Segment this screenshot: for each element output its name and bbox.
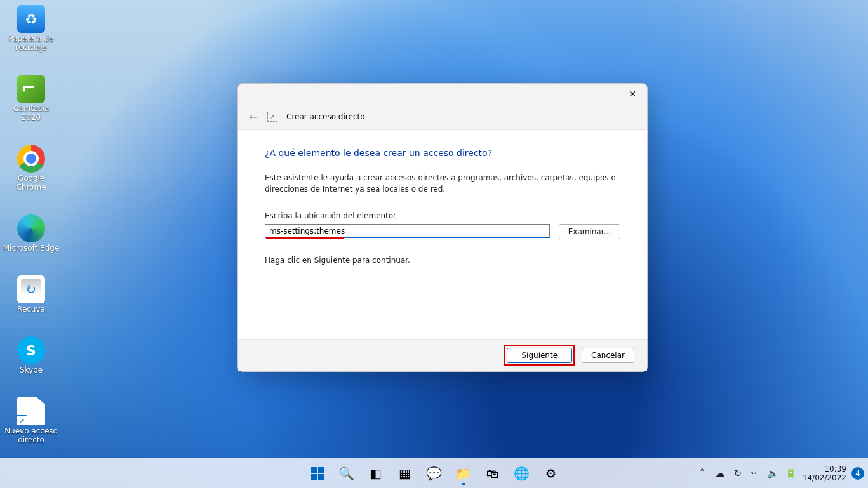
notification-count-badge[interactable]: 4 bbox=[851, 467, 864, 480]
annotation-highlight-next: Siguiente bbox=[504, 345, 575, 366]
taskbar-clock[interactable]: 10:39 14/02/2022 bbox=[803, 465, 846, 482]
desktop-icon-label: Skype bbox=[20, 366, 43, 374]
desktop-icon-label: Nuevo acceso directo bbox=[4, 426, 58, 444]
desktop-icon-label: Papelera de reciclaje bbox=[9, 34, 54, 52]
taskbar-ms-store[interactable]: 🛍 bbox=[480, 461, 505, 486]
location-label: Escriba la ubicación del elemento: bbox=[265, 211, 620, 220]
tray-wifi-icon[interactable]: ᯤ bbox=[749, 468, 762, 479]
location-input[interactable] bbox=[265, 224, 550, 238]
taskbar-file-explorer[interactable]: 📁 bbox=[451, 461, 476, 486]
tray-update-icon[interactable]: ↻ bbox=[731, 468, 744, 479]
desktop-icon-recycle-bin[interactable]: Papelera de reciclaje bbox=[3, 3, 60, 55]
taskbar-task-view[interactable]: ◧ bbox=[363, 461, 389, 486]
edge-icon bbox=[17, 214, 45, 242]
skype-icon bbox=[17, 336, 45, 364]
desktop-icon-new-shortcut[interactable]: Nuevo acceso directo bbox=[3, 395, 60, 447]
taskbar-settings[interactable]: ⚙ bbox=[538, 461, 564, 486]
annotation-underline bbox=[266, 237, 344, 239]
shortcut-wizard-icon: ↗ bbox=[267, 112, 277, 122]
desktop-icon-edge[interactable]: Microsoft Edge bbox=[3, 212, 60, 255]
camtasia-icon bbox=[17, 75, 45, 103]
taskbar-search[interactable]: 🔍 bbox=[334, 461, 359, 486]
back-arrow-icon[interactable]: ← bbox=[248, 111, 258, 123]
tray-chevron-icon[interactable]: ˄ bbox=[696, 468, 709, 479]
desktop-icon-recuva[interactable]: Recuva bbox=[3, 273, 60, 316]
wizard-description: Este asistente le ayuda a crear accesos … bbox=[265, 172, 620, 195]
start-button[interactable] bbox=[305, 461, 330, 486]
cancel-button[interactable]: Cancelar bbox=[582, 348, 634, 363]
next-button[interactable]: Siguiente bbox=[507, 348, 572, 363]
continue-hint: Haga clic en Siguiente para continuar. bbox=[265, 256, 620, 265]
taskbar-edge[interactable]: 🌐 bbox=[509, 461, 535, 486]
desktop-icons: Papelera de reciclaje Camtasia 2020 Goog… bbox=[3, 3, 60, 447]
desktop-icon-label: Google Chrome bbox=[3, 174, 60, 192]
dialog-body: ¿A qué elemento le desea crear un acceso… bbox=[238, 129, 647, 340]
recuva-icon bbox=[17, 275, 45, 303]
dialog-titlebar: ✕ bbox=[238, 84, 647, 104]
desktop-icon-label: Microsoft Edge bbox=[3, 244, 60, 253]
recycle-bin-icon bbox=[17, 5, 45, 33]
tray-volume-icon[interactable]: 🔈 bbox=[767, 468, 780, 479]
browse-button[interactable]: Examinar... bbox=[559, 224, 620, 239]
windows-logo-icon bbox=[311, 467, 324, 480]
clock-date: 14/02/2022 bbox=[803, 473, 846, 482]
desktop-icon-camtasia[interactable]: Camtasia 2020 bbox=[3, 72, 60, 124]
taskbar-tray: ˄ ☁ ↻ ᯤ 🔈 🔋 10:39 14/02/2022 4 bbox=[696, 458, 864, 488]
desktop-icon-chrome[interactable]: Google Chrome bbox=[3, 142, 60, 194]
desktop-icon-skype[interactable]: Skype bbox=[3, 334, 60, 377]
tray-onedrive-icon[interactable]: ☁ bbox=[714, 468, 726, 479]
dialog-title: Crear acceso directo bbox=[286, 112, 365, 121]
taskbar-center: 🔍 ◧ ▦ 💬 📁 🛍 🌐 ⚙ bbox=[305, 461, 564, 486]
wizard-heading: ¿A qué elemento le desea crear un acceso… bbox=[265, 148, 620, 158]
desktop-icon-label: Recuva bbox=[17, 305, 45, 313]
dialog-header: ← ↗ Crear acceso directo bbox=[238, 104, 647, 129]
taskbar-widgets[interactable]: ▦ bbox=[392, 461, 418, 486]
create-shortcut-dialog: ✕ ← ↗ Crear acceso directo ¿A qué elemen… bbox=[237, 83, 648, 372]
blank-shortcut-icon bbox=[17, 397, 45, 425]
taskbar: 🔍 ◧ ▦ 💬 📁 🛍 🌐 ⚙ ˄ ☁ ↻ ᯤ 🔈 🔋 10:39 14/02/… bbox=[0, 458, 868, 488]
close-button[interactable]: ✕ bbox=[618, 84, 647, 104]
dialog-footer: Siguiente Cancelar bbox=[238, 340, 647, 371]
clock-time: 10:39 bbox=[803, 465, 846, 473]
desktop-icon-label: Camtasia 2020 bbox=[3, 104, 60, 122]
tray-battery-icon[interactable]: 🔋 bbox=[785, 468, 798, 479]
chrome-icon bbox=[17, 145, 45, 173]
taskbar-chat[interactable]: 💬 bbox=[422, 461, 447, 486]
